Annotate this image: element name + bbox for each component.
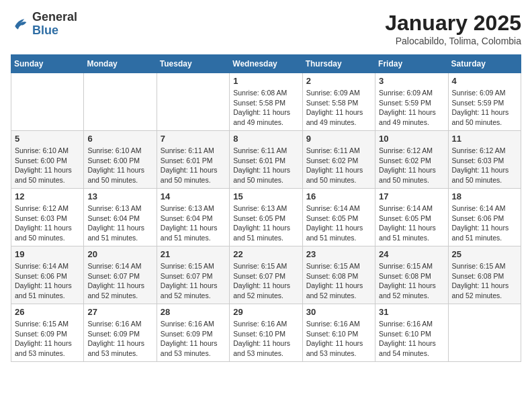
calendar-cell: 13Sunrise: 6:13 AMSunset: 6:04 PMDayligh… [84,189,157,246]
week-row-3: 12Sunrise: 6:12 AMSunset: 6:03 PMDayligh… [11,189,521,246]
day-number: 2 [306,76,371,86]
day-number: 17 [379,191,444,201]
column-header-sunday: Sunday [11,55,84,73]
calendar-cell: 22Sunrise: 6:15 AMSunset: 6:07 PMDayligh… [230,246,302,304]
day-number: 26 [15,307,80,317]
calendar-cell: 16Sunrise: 6:14 AMSunset: 6:05 PMDayligh… [302,189,375,246]
calendar-cell: 8Sunrise: 6:11 AMSunset: 6:01 PMDaylight… [230,131,302,189]
calendar-cell: 2Sunrise: 6:09 AMSunset: 5:58 PMDaylight… [302,73,375,131]
day-number: 10 [379,134,444,144]
cell-info: Sunrise: 6:09 AMSunset: 5:58 PMDaylight:… [306,88,371,128]
calendar-cell: 11Sunrise: 6:12 AMSunset: 6:03 PMDayligh… [448,131,521,189]
calendar-cell: 24Sunrise: 6:15 AMSunset: 6:08 PMDayligh… [375,246,448,304]
cell-info: Sunrise: 6:10 AMSunset: 6:00 PMDaylight:… [15,146,80,185]
column-header-saturday: Saturday [448,55,521,73]
calendar-cell: 9Sunrise: 6:11 AMSunset: 6:02 PMDaylight… [302,131,375,189]
calendar-cell: 10Sunrise: 6:12 AMSunset: 6:02 PMDayligh… [375,131,448,189]
day-number: 6 [87,134,152,144]
calendar-cell: 26Sunrise: 6:15 AMSunset: 6:09 PMDayligh… [11,304,84,362]
calendar-cell: 25Sunrise: 6:15 AMSunset: 6:08 PMDayligh… [448,246,521,304]
cell-info: Sunrise: 6:10 AMSunset: 6:00 PMDaylight:… [87,146,152,185]
day-number: 30 [306,307,371,317]
day-number: 27 [87,307,152,317]
day-number: 22 [233,249,298,259]
cell-info: Sunrise: 6:14 AMSunset: 6:06 PMDaylight:… [452,203,517,243]
calendar-header: SundayMondayTuesdayWednesdayThursdayFrid… [11,55,521,73]
calendar-cell: 19Sunrise: 6:14 AMSunset: 6:06 PMDayligh… [11,246,84,304]
day-number: 24 [379,249,444,259]
calendar-cell: 18Sunrise: 6:14 AMSunset: 6:06 PMDayligh… [448,189,521,246]
calendar-table: SundayMondayTuesdayWednesdayThursdayFrid… [11,54,521,362]
cell-info: Sunrise: 6:16 AMSunset: 6:09 PMDaylight:… [87,319,152,359]
week-row-1: 1Sunrise: 6:08 AMSunset: 5:58 PMDaylight… [11,73,521,131]
cell-info: Sunrise: 6:14 AMSunset: 6:05 PMDaylight:… [306,203,371,243]
calendar-cell: 4Sunrise: 6:09 AMSunset: 5:59 PMDaylight… [448,73,521,131]
cell-info: Sunrise: 6:09 AMSunset: 5:59 PMDaylight:… [452,88,517,128]
calendar-cell: 21Sunrise: 6:15 AMSunset: 6:07 PMDayligh… [157,246,229,304]
header-row: SundayMondayTuesdayWednesdayThursdayFrid… [11,55,521,73]
day-number: 25 [452,249,517,259]
cell-info: Sunrise: 6:16 AMSunset: 6:10 PMDaylight:… [306,319,371,359]
day-number: 15 [233,191,298,201]
calendar-cell [11,73,84,131]
week-row-4: 19Sunrise: 6:14 AMSunset: 6:06 PMDayligh… [11,246,521,304]
day-number: 7 [161,134,226,144]
day-number: 31 [379,307,444,317]
day-number: 12 [15,191,80,201]
calendar-cell: 23Sunrise: 6:15 AMSunset: 6:08 PMDayligh… [302,246,375,304]
cell-info: Sunrise: 6:11 AMSunset: 6:02 PMDaylight:… [306,146,371,185]
cell-info: Sunrise: 6:14 AMSunset: 6:05 PMDaylight:… [379,203,444,243]
calendar-cell: 5Sunrise: 6:10 AMSunset: 6:00 PMDaylight… [11,131,84,189]
column-header-wednesday: Wednesday [230,55,302,73]
day-number: 11 [452,134,517,144]
day-number: 5 [15,134,80,144]
cell-info: Sunrise: 6:12 AMSunset: 6:03 PMDaylight:… [15,203,80,243]
day-number: 1 [233,76,298,86]
location-subtitle: Palocabildo, Tolima, Colombia [385,36,521,46]
calendar-cell: 20Sunrise: 6:14 AMSunset: 6:07 PMDayligh… [84,246,157,304]
cell-info: Sunrise: 6:08 AMSunset: 5:58 PMDaylight:… [233,88,298,128]
day-number: 23 [306,249,371,259]
cell-info: Sunrise: 6:11 AMSunset: 6:01 PMDaylight:… [233,146,298,185]
day-number: 18 [452,191,517,201]
day-number: 19 [15,249,80,259]
week-row-5: 26Sunrise: 6:15 AMSunset: 6:09 PMDayligh… [11,304,521,362]
cell-info: Sunrise: 6:11 AMSunset: 6:01 PMDaylight:… [161,146,226,185]
calendar-cell: 27Sunrise: 6:16 AMSunset: 6:09 PMDayligh… [84,304,157,362]
day-number: 21 [161,249,226,259]
day-number: 9 [306,134,371,144]
day-number: 8 [233,134,298,144]
cell-info: Sunrise: 6:15 AMSunset: 6:08 PMDaylight:… [379,261,444,301]
calendar-body: 1Sunrise: 6:08 AMSunset: 5:58 PMDaylight… [11,73,521,362]
logo-bird-icon [11,15,30,34]
day-number: 14 [161,191,226,201]
calendar-cell: 6Sunrise: 6:10 AMSunset: 6:00 PMDaylight… [84,131,157,189]
calendar-cell: 31Sunrise: 6:16 AMSunset: 6:10 PMDayligh… [375,304,448,362]
cell-info: Sunrise: 6:12 AMSunset: 6:03 PMDaylight:… [452,146,517,185]
cell-info: Sunrise: 6:16 AMSunset: 6:10 PMDaylight:… [233,319,298,359]
day-number: 29 [233,307,298,317]
day-number: 3 [379,76,444,86]
calendar-cell: 15Sunrise: 6:13 AMSunset: 6:05 PMDayligh… [230,189,302,246]
cell-info: Sunrise: 6:15 AMSunset: 6:07 PMDaylight:… [161,261,226,301]
cell-info: Sunrise: 6:13 AMSunset: 6:04 PMDaylight:… [161,203,226,243]
logo-blue-text: Blue [32,24,58,37]
calendar-cell: 29Sunrise: 6:16 AMSunset: 6:10 PMDayligh… [230,304,302,362]
cell-info: Sunrise: 6:16 AMSunset: 6:09 PMDaylight:… [161,319,226,359]
calendar-cell: 3Sunrise: 6:09 AMSunset: 5:59 PMDaylight… [375,73,448,131]
week-row-2: 5Sunrise: 6:10 AMSunset: 6:00 PMDaylight… [11,131,521,189]
column-header-friday: Friday [375,55,448,73]
logo-general-text: General [32,10,77,24]
calendar-cell: 14Sunrise: 6:13 AMSunset: 6:04 PMDayligh… [157,189,229,246]
cell-info: Sunrise: 6:15 AMSunset: 6:08 PMDaylight:… [306,261,371,301]
calendar-cell: 1Sunrise: 6:08 AMSunset: 5:58 PMDaylight… [230,73,302,131]
calendar-cell: 28Sunrise: 6:16 AMSunset: 6:09 PMDayligh… [157,304,229,362]
logo: General Blue [11,11,77,38]
cell-info: Sunrise: 6:12 AMSunset: 6:02 PMDaylight:… [379,146,444,185]
day-number: 28 [161,307,226,317]
cell-info: Sunrise: 6:13 AMSunset: 6:04 PMDaylight:… [87,203,152,243]
calendar-cell: 30Sunrise: 6:16 AMSunset: 6:10 PMDayligh… [302,304,375,362]
calendar-cell: 7Sunrise: 6:11 AMSunset: 6:01 PMDaylight… [157,131,229,189]
calendar-cell [84,73,157,131]
day-number: 16 [306,191,371,201]
